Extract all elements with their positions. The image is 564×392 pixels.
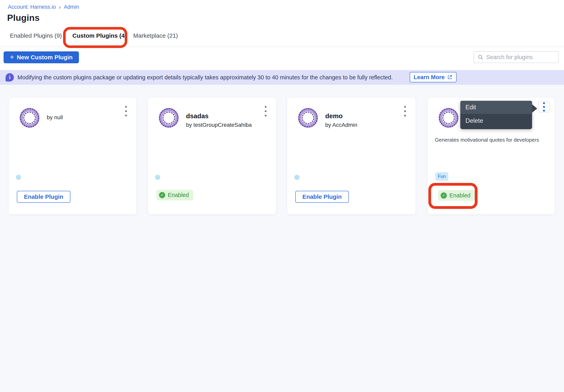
info-icon: i [6, 73, 14, 82]
status-dot [294, 175, 300, 180]
plugin-card-demo: demo by AccAdmin Enable Plugin [287, 98, 416, 214]
plugin-description: Generates motivational quotes for develo… [435, 137, 550, 143]
card-menu-kebab-icon[interactable] [124, 105, 128, 117]
menu-item-delete[interactable]: Delete [460, 114, 532, 128]
new-custom-plugin-label: New Custom Plugin [17, 54, 73, 61]
card-menu-kebab-icon[interactable] [264, 105, 267, 117]
category-tag: Fun [435, 172, 448, 181]
check-icon: ✓ [441, 192, 447, 198]
plugin-search-box[interactable] [474, 51, 559, 63]
menu-item-edit[interactable]: Edit [460, 101, 532, 114]
info-banner: i Modifying the custom plugins package o… [0, 70, 564, 85]
breadcrumb-chevron-icon: › [59, 4, 61, 11]
menu-pointer-arrow [532, 104, 537, 113]
enabled-label: Enabled [449, 192, 470, 199]
enable-plugin-button[interactable]: Enable Plugin [17, 191, 70, 203]
search-input[interactable] [486, 54, 561, 60]
page-title: Plugins [7, 13, 40, 23]
card-menu-kebab-button-active[interactable] [538, 101, 550, 112]
status-dot [155, 175, 160, 180]
enabled-badge: ✓ Enabled [156, 190, 193, 200]
breadcrumb-account-link[interactable]: Account: Harness.io [8, 4, 56, 10]
plugin-title: dsadas [186, 112, 209, 120]
banner-message: Modifying the custom plugins package or … [17, 74, 393, 81]
external-link-icon [447, 74, 453, 80]
learn-more-button[interactable]: Learn More [410, 72, 456, 82]
enable-plugin-button[interactable]: Enable Plugin [295, 191, 349, 203]
plugin-logo-icon [298, 108, 318, 128]
tabs-divider [0, 47, 564, 47]
plugin-logo-icon [20, 108, 40, 128]
search-icon [478, 54, 483, 60]
plugin-byline: by null [47, 114, 63, 121]
plugin-byline: by AccAdmin [325, 122, 357, 128]
tab-enabled-plugins[interactable]: Enabled Plugins (9) [10, 32, 62, 39]
tab-custom-plugins[interactable]: Custom Plugins (4) [72, 32, 126, 39]
breadcrumb-admin-link[interactable]: Admin [64, 4, 79, 10]
tab-marketplace[interactable]: Marketplace (21) [133, 32, 178, 39]
learn-more-label: Learn More [414, 74, 445, 81]
status-dot [16, 175, 21, 180]
plugin-logo-icon [439, 108, 458, 128]
breadcrumb: Account: Harness.io › Admin [8, 4, 79, 10]
card-menu-kebab-icon[interactable] [403, 105, 407, 117]
plugin-card-null: by null Enable Plugin [9, 98, 137, 214]
enabled-badge: ✓ Enabled [438, 190, 475, 201]
enabled-label: Enabled [168, 192, 189, 198]
plugin-title: demo [325, 112, 343, 120]
plugin-byline: by testGroupCreateSahiba [186, 122, 252, 128]
plus-icon: + [10, 54, 14, 61]
plugin-logo-icon [159, 108, 179, 128]
plugin-card-dsadas: dsadas by testGroupCreateSahiba ✓ Enable… [148, 98, 276, 214]
new-custom-plugin-button[interactable]: + New Custom Plugin [4, 51, 79, 63]
card-context-menu: Edit Delete [460, 101, 532, 129]
check-icon: ✓ [159, 192, 165, 198]
